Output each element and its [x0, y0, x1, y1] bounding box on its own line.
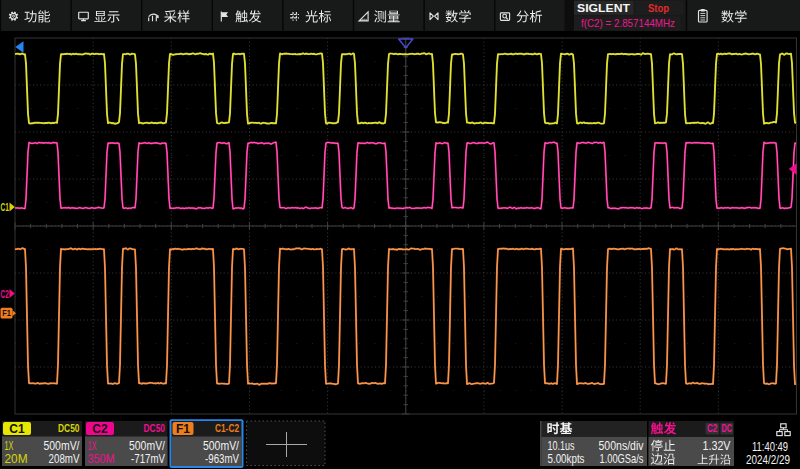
svg-text:208mV: 208mV: [49, 452, 80, 466]
svg-text:1.32V: 1.32V: [703, 438, 731, 453]
svg-text:F1: F1: [2, 307, 11, 318]
svg-text:500mV/: 500mV/: [203, 439, 239, 453]
svg-text:C2: C2: [1, 289, 10, 300]
svg-text:1X: 1X: [88, 439, 97, 453]
svg-text:C1-C2: C1-C2: [215, 422, 239, 434]
svg-text:-963mV: -963mV: [205, 452, 239, 466]
svg-text:DC: DC: [721, 423, 732, 434]
svg-text:DC50: DC50: [58, 422, 80, 434]
svg-text:5.00kpts: 5.00kpts: [548, 451, 585, 466]
svg-text:2024/2/29: 2024/2/29: [746, 452, 790, 467]
svg-text:1X: 1X: [5, 439, 14, 453]
svg-text:C1: C1: [9, 422, 25, 436]
svg-text:350M: 350M: [88, 452, 115, 466]
svg-text:DC50: DC50: [144, 422, 166, 434]
svg-text:Stop: Stop: [648, 2, 669, 14]
svg-text:SIGLENT: SIGLENT: [577, 2, 630, 14]
svg-text:F1: F1: [176, 422, 190, 436]
svg-text:C1: C1: [1, 202, 10, 213]
svg-text:-717mV: -717mV: [131, 452, 165, 466]
svg-text:500mV/: 500mV/: [129, 439, 165, 453]
svg-text:1.00GSa/s: 1.00GSa/s: [600, 451, 644, 466]
svg-text:C2: C2: [707, 423, 718, 434]
svg-text:20M: 20M: [5, 452, 28, 466]
svg-text:500mV/: 500mV/: [44, 439, 80, 453]
svg-text:C2: C2: [92, 422, 108, 436]
svg-text:f(C2) = 2.857144MHz: f(C2) = 2.857144MHz: [581, 16, 675, 29]
